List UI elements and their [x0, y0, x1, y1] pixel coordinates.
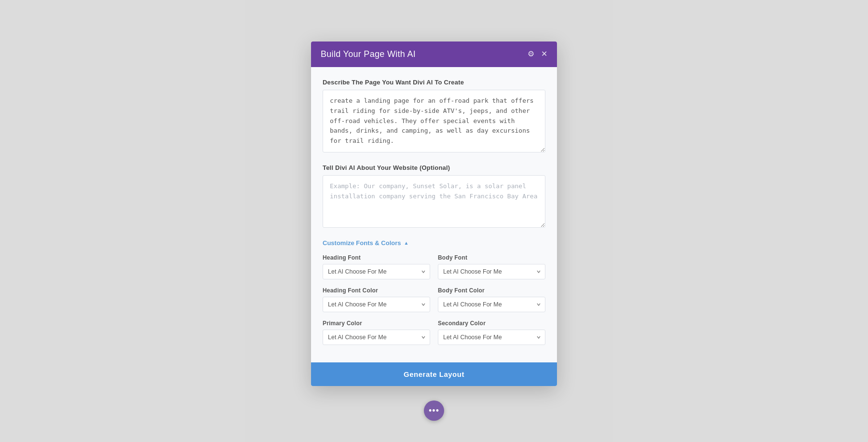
modal-title: Build Your Page With AI [321, 49, 416, 59]
customize-toggle-arrow: ▲ [404, 240, 409, 246]
modal-header-actions: ⚙ ✕ [528, 50, 547, 58]
customize-section: Customize Fonts & Colors ▲ Heading Font … [323, 239, 545, 345]
fab-button[interactable]: ••• [424, 401, 444, 421]
primary-color-select[interactable]: Let AI Choose For Me [323, 330, 430, 345]
customize-grid: Heading Font Let AI Choose For Me Body F… [323, 254, 545, 345]
website-info-section: Tell Divi AI About Your Website (Optiona… [323, 164, 545, 230]
page-description-label: Describe The Page You Want Divi AI To Cr… [323, 79, 545, 86]
settings-icon[interactable]: ⚙ [528, 50, 534, 58]
page-description-section: Describe The Page You Want Divi AI To Cr… [323, 79, 545, 154]
generate-layout-button[interactable]: Generate Layout [311, 362, 557, 386]
close-icon[interactable]: ✕ [541, 50, 547, 58]
secondary-color-group: Secondary Color Let AI Choose For Me [438, 320, 545, 345]
page-description-input[interactable]: create a landing page for an off-road pa… [323, 90, 545, 152]
body-font-label: Body Font [438, 254, 545, 261]
modal-header: Build Your Page With AI ⚙ ✕ [311, 41, 557, 67]
modal: Build Your Page With AI ⚙ ✕ Describe The… [311, 41, 557, 386]
heading-font-group: Heading Font Let AI Choose For Me [323, 254, 430, 279]
body-font-select[interactable]: Let AI Choose For Me [438, 264, 545, 279]
website-info-label: Tell Divi AI About Your Website (Optiona… [323, 164, 545, 171]
primary-color-label: Primary Color [323, 320, 430, 327]
customize-toggle[interactable]: Customize Fonts & Colors ▲ [323, 239, 545, 247]
modal-body: Describe The Page You Want Divi AI To Cr… [311, 67, 557, 362]
modal-wrapper: Build Your Page With AI ⚙ ✕ Describe The… [311, 41, 557, 401]
primary-color-group: Primary Color Let AI Choose For Me [323, 320, 430, 345]
heading-font-color-label: Heading Font Color [323, 287, 430, 294]
website-info-input[interactable] [323, 175, 545, 228]
body-font-color-label: Body Font Color [438, 287, 545, 294]
body-font-group: Body Font Let AI Choose For Me [438, 254, 545, 279]
heading-font-color-group: Heading Font Color Let AI Choose For Me [323, 287, 430, 312]
body-font-color-select[interactable]: Let AI Choose For Me [438, 297, 545, 312]
fab-dots-icon: ••• [429, 406, 439, 415]
body-font-color-group: Body Font Color Let AI Choose For Me [438, 287, 545, 312]
heading-font-color-select[interactable]: Let AI Choose For Me [323, 297, 430, 312]
customize-toggle-label: Customize Fonts & Colors [323, 239, 401, 247]
heading-font-select[interactable]: Let AI Choose For Me [323, 264, 430, 279]
heading-font-label: Heading Font [323, 254, 430, 261]
modal-overlay: Build Your Page With AI ⚙ ✕ Describe The… [0, 0, 868, 442]
secondary-color-select[interactable]: Let AI Choose For Me [438, 330, 545, 345]
secondary-color-label: Secondary Color [438, 320, 545, 327]
